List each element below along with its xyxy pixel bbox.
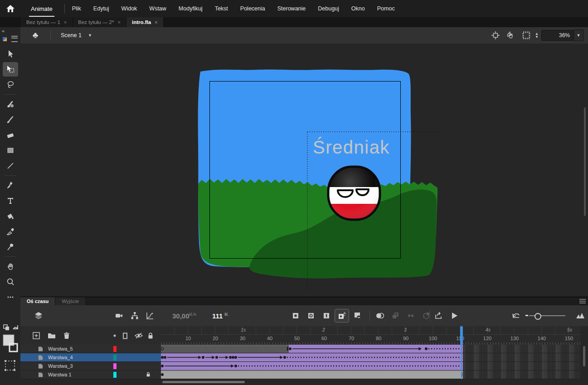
- outline-toggle[interactable]: [120, 329, 130, 342]
- document-tab[interactable]: Bez tytułu — 2*×: [73, 17, 126, 27]
- edit-symbols-button[interactable]: ♣: [29, 29, 42, 41]
- menu-item-edytuj[interactable]: Edytuj: [93, 5, 109, 12]
- hand-tool[interactable]: [3, 259, 18, 274]
- lasso-tool[interactable]: [3, 77, 18, 92]
- fluid-brush-tool[interactable]: [3, 97, 18, 111]
- layer-color-chip[interactable]: [113, 346, 117, 352]
- eraser-tool[interactable]: [3, 128, 18, 142]
- layer-name[interactable]: Warstwa_4: [48, 355, 73, 360]
- layer-row[interactable]: Warstwa_3: [20, 362, 161, 371]
- swap-colors-icon[interactable]: [4, 325, 18, 330]
- layer-parenting-icon[interactable]: [128, 309, 141, 322]
- menu-item-tekst[interactable]: Tekst: [215, 5, 228, 12]
- frame-rate-value[interactable]: 30,00kl./s: [172, 312, 196, 320]
- free-transform-tool[interactable]: [3, 62, 18, 77]
- menu-item-sterowanie[interactable]: Sterowanie: [277, 5, 306, 12]
- line-tool[interactable]: [3, 159, 18, 173]
- timeline-tab-inactive[interactable]: Wyjście: [55, 297, 86, 305]
- stage-pasteboard[interactable]: Średniak: [20, 43, 588, 297]
- current-frame-value[interactable]: 111 kl.: [212, 312, 228, 320]
- frame-tracks[interactable]: [161, 345, 463, 379]
- layer-name[interactable]: Warstwa_3: [48, 363, 73, 369]
- lock-icon[interactable]: [146, 371, 151, 377]
- add-layer-button[interactable]: [29, 329, 43, 342]
- scene-name[interactable]: Scene 1: [61, 32, 82, 38]
- timeline-ruler[interactable]: 1s234s5s 1020304050607080901001101201301…: [161, 326, 588, 345]
- lock-all-toggle[interactable]: [144, 329, 157, 342]
- insert-blank-keyframe-button[interactable]: [304, 309, 318, 322]
- countryball[interactable]: [328, 167, 380, 220]
- eyedropper-tool[interactable]: [3, 224, 18, 239]
- layer-color-chip[interactable]: [113, 355, 117, 361]
- close-tab-icon[interactable]: ×: [64, 19, 67, 25]
- new-folder-button[interactable]: [45, 329, 58, 342]
- timeline-vertical-scrollbar[interactable]: [583, 346, 585, 366]
- pen-tool[interactable]: [3, 178, 18, 192]
- highlight-layers-toggle[interactable]: [110, 329, 119, 342]
- timeline-zoom-fit-button[interactable]: [573, 309, 587, 322]
- timeline-zoom-slider[interactable]: [529, 315, 565, 316]
- menu-item-wstaw[interactable]: Wstaw: [149, 5, 166, 12]
- menu-item-polecenia[interactable]: Polecenia: [240, 5, 265, 12]
- timeline-horizontal-scrollbar[interactable]: [162, 381, 245, 383]
- layer-row[interactable]: Warstwa 1: [20, 371, 161, 379]
- rotation-tool-button[interactable]: [504, 29, 518, 41]
- timeline-zoom-reset-button[interactable]: [509, 309, 523, 322]
- zoom-stepper[interactable]: ▲▼: [535, 32, 539, 38]
- stage-canvas[interactable]: Średniak: [20, 43, 588, 297]
- menu-item-debuguj[interactable]: Debuguj: [318, 5, 339, 12]
- layer-stack-icon[interactable]: [32, 309, 45, 322]
- publish-button[interactable]: [432, 309, 446, 322]
- collapse-panel-icon[interactable]: «: [2, 28, 5, 34]
- app-brand[interactable]: Animate: [29, 0, 54, 17]
- paste-frames-button[interactable]: [389, 309, 402, 322]
- home-button[interactable]: [0, 0, 21, 17]
- create-tween-button[interactable]: [404, 309, 418, 322]
- layer-row[interactable]: Warstwa_4: [20, 353, 161, 362]
- insert-frame-button[interactable]: [320, 309, 333, 322]
- classic-brush-tool[interactable]: [3, 112, 18, 127]
- menu-item-widok[interactable]: Widok: [121, 5, 137, 12]
- camera-icon[interactable]: [112, 309, 126, 322]
- empty-frames-grid[interactable]: [463, 345, 580, 379]
- stage-title-text[interactable]: Średniak: [313, 137, 390, 157]
- graph-editor-icon[interactable]: [143, 309, 157, 322]
- more-tools[interactable]: [3, 290, 18, 304]
- rectangle-tool[interactable]: [3, 143, 18, 158]
- menu-item-okno[interactable]: Okno: [351, 5, 365, 12]
- paint-bucket-tool[interactable]: [3, 209, 18, 223]
- onion-skin-button[interactable]: [373, 309, 387, 322]
- delete-layer-button[interactable]: [60, 329, 73, 342]
- auto-keyframe-button[interactable]: A: [335, 309, 349, 322]
- remove-frame-button[interactable]: [350, 309, 364, 322]
- clip-content-button[interactable]: [520, 29, 533, 41]
- play-button[interactable]: [447, 309, 461, 322]
- layer-color-chip[interactable]: [113, 363, 117, 369]
- layer-name[interactable]: Warstwa_5: [48, 346, 73, 351]
- document-tab[interactable]: Bez tytułu — 1×: [21, 17, 73, 27]
- center-stage-button[interactable]: [489, 29, 502, 41]
- document-tab[interactable]: intro.fla×: [126, 17, 164, 27]
- text-tool[interactable]: [3, 193, 18, 208]
- stage-vertical-scrollbar[interactable]: [584, 107, 586, 216]
- asset-warp-tool[interactable]: [3, 240, 18, 254]
- zoom-dropdown-chevron[interactable]: ▼: [574, 29, 583, 41]
- close-tab-icon[interactable]: ×: [155, 19, 157, 25]
- close-tab-icon[interactable]: ×: [118, 19, 121, 25]
- tools-panel-menu-icon[interactable]: [11, 36, 18, 42]
- zoom-level-field[interactable]: 36%: [541, 30, 574, 41]
- playhead-marker[interactable]: [460, 326, 463, 345]
- menu-item-plik[interactable]: Plik: [72, 5, 81, 12]
- scene-chevron-icon[interactable]: ▼: [88, 33, 92, 38]
- layer-row[interactable]: Warstwa_5: [20, 345, 161, 353]
- menu-item-pomoc[interactable]: Pomoc: [377, 5, 395, 12]
- artboard-tool-icon[interactable]: [5, 360, 15, 371]
- slider-knob[interactable]: [535, 313, 541, 320]
- zoom-tool[interactable]: [3, 274, 18, 289]
- selection-tool[interactable]: [3, 47, 18, 61]
- layer-name[interactable]: Warstwa 1: [48, 372, 72, 377]
- timeline-tab-active[interactable]: Oś czasu: [20, 297, 55, 305]
- timeline-panel-menu-icon[interactable]: [579, 298, 586, 304]
- menu-item-modyfikuj[interactable]: Modyfikuj: [179, 5, 203, 12]
- layer-color-chip[interactable]: [113, 372, 117, 378]
